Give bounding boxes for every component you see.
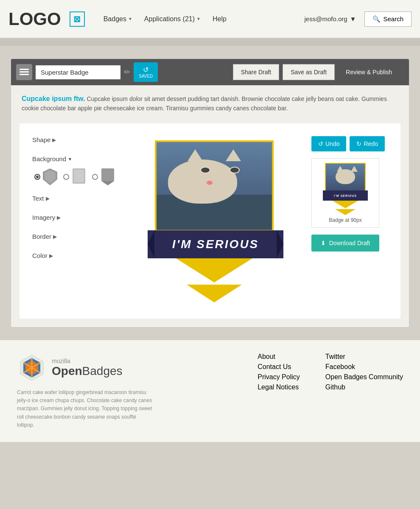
shape-item[interactable]: Shape ▶ [32, 136, 117, 143]
nav-help[interactable]: Help [207, 15, 232, 23]
undo-button[interactable]: ↺ Undo [311, 136, 346, 151]
border-item[interactable]: Border ▶ [32, 233, 117, 240]
text-item[interactable]: Text ▶ [32, 195, 117, 202]
saved-button[interactable]: ↺ SAVED [134, 62, 158, 82]
main-content: ✏ ↺ SAVED Share Draft Save as Draft Revi… [0, 46, 420, 340]
cat-body [168, 159, 237, 204]
cat-eye-right [230, 167, 240, 173]
footer-links-col1: About Contact Us Privacy Policy Legal No… [258, 353, 300, 429]
save-check-icon: ↺ [143, 66, 148, 74]
shield-3 [100, 168, 116, 186]
user-dropdown-arrow: ▼ [350, 15, 356, 22]
badge-ribbon-banner: I'M SERIOUS [148, 230, 283, 258]
preview-label: Badge at 90px [329, 217, 361, 223]
save-draft-button[interactable]: Save as Draft [283, 64, 335, 80]
color-item[interactable]: Color ▶ [32, 252, 117, 259]
search-icon: 🔍 [372, 15, 381, 23]
undo-icon: ↺ [318, 140, 323, 147]
svg-rect-0 [20, 69, 29, 70]
edit-icon[interactable]: ✏ [124, 67, 130, 77]
text-arrow: ▶ [46, 196, 50, 201]
background-options [34, 168, 117, 186]
bg-option-1[interactable] [34, 168, 58, 186]
share-draft-button[interactable]: Share Draft [233, 64, 280, 80]
preview-box: I'M SERIOUS Badge at 90px [311, 158, 379, 228]
radio-2 [63, 174, 69, 180]
footer-description: Carrot cake wafer lollipop gingerbread m… [17, 389, 153, 429]
shield-2 [71, 168, 87, 186]
preview-text: I'M SERIOUS [334, 194, 357, 197]
background-label[interactable]: Background ▾ [32, 155, 117, 162]
review-publish-button[interactable]: Review & Publish [338, 64, 404, 80]
chevron-large [174, 257, 255, 282]
footer-facebook-link[interactable]: Facebook [325, 363, 403, 371]
logo-icon: ⊠ [70, 11, 85, 27]
nav-applications[interactable]: Applications (21) ▼ [138, 15, 207, 23]
badges-dropdown-arrow: ▼ [128, 17, 132, 21]
redo-icon: ↻ [356, 140, 361, 147]
footer-contact-link[interactable]: Contact Us [258, 363, 300, 371]
radio-3 [92, 174, 98, 180]
logo: LOGO [8, 9, 61, 29]
header: LOGO ⊠ Badges ▼ Applications (21) ▼ Help… [0, 0, 420, 38]
cat-ear-right [226, 149, 241, 161]
background-dropdown-arrow: ▾ [69, 156, 71, 162]
color-arrow: ▶ [49, 253, 53, 259]
footer-privacy-link[interactable]: Privacy Policy [258, 373, 300, 381]
description-area: Cupcake ipsum ftw. Cupcake ipsum dolor s… [11, 85, 409, 119]
editor-card: ✏ ↺ SAVED Share Draft Save as Draft Revi… [11, 59, 409, 327]
applications-dropdown-arrow: ▼ [196, 17, 201, 21]
openbadges-label: OpenBadges [52, 364, 123, 378]
preview-chevrons [331, 200, 360, 215]
preview-badge: I'M SERIOUS [324, 163, 367, 214]
svg-marker-8 [101, 181, 114, 185]
imagery-item[interactable]: Imagery ▶ [32, 214, 117, 221]
mozilla-label: mozilla [52, 358, 123, 364]
footer-links-col2: Twitter Facebook Open Badges Community G… [325, 353, 403, 429]
right-panel: ↺ Undo ↻ Redo [311, 136, 388, 306]
download-draft-button[interactable]: ⬇ Download Draft [311, 235, 379, 252]
search-button[interactable]: 🔍 Search [364, 11, 412, 27]
badge-display-area: I'M SERIOUS [126, 136, 303, 306]
badge-name-input[interactable] [36, 65, 120, 79]
svg-rect-1 [20, 71, 29, 73]
shape-arrow: ▶ [52, 137, 56, 143]
imagery-arrow: ▶ [57, 215, 61, 221]
subheader-strip [0, 38, 420, 46]
badge-chevron-group [174, 257, 255, 302]
footer-twitter-link[interactable]: Twitter [325, 353, 403, 361]
bg-option-2[interactable] [63, 168, 87, 186]
preview-cat [326, 164, 365, 191]
cat-photo-area [157, 142, 272, 230]
footer-columns: About Contact Us Privacy Policy Legal No… [258, 353, 403, 429]
footer-logo: mozilla OpenBadges [17, 353, 153, 383]
nav-badges[interactable]: Badges ▼ [98, 15, 138, 23]
background-section: Background ▾ [32, 155, 117, 186]
menu-icon[interactable] [16, 64, 32, 80]
footer-community-link[interactable]: Open Badges Community [325, 373, 403, 381]
badge-text: I'M SERIOUS [172, 238, 259, 251]
main-nav: Badges ▼ Applications (21) ▼ Help jess@m… [98, 11, 412, 27]
svg-rect-6 [74, 170, 84, 182]
download-icon: ⬇ [321, 240, 326, 246]
border-arrow: ▶ [53, 234, 57, 240]
cat-nose [207, 181, 213, 185]
editor-toolbar: ✏ ↺ SAVED Share Draft Save as Draft Revi… [11, 59, 409, 85]
preview-ribbon: I'M SERIOUS [323, 190, 368, 201]
footer-github-link[interactable]: Github [325, 383, 403, 391]
badge-frame [155, 140, 274, 232]
bg-option-3[interactable] [92, 168, 116, 186]
editor-body: Shape ▶ Background ▾ [20, 123, 400, 319]
cat-ear-left [188, 149, 203, 161]
svg-rect-7 [101, 168, 114, 181]
footer-legal-link[interactable]: Legal Notices [258, 383, 300, 391]
shield-1 [42, 168, 58, 186]
badge-canvas: I'M SERIOUS [153, 140, 276, 302]
user-menu[interactable]: jess@mofo.org ▼ [305, 15, 356, 22]
footer-about-link[interactable]: About [258, 353, 300, 361]
footer-logo-text: mozilla OpenBadges [52, 358, 123, 378]
description-highlight: Cupcake ipsum ftw. [22, 95, 85, 102]
redo-button[interactable]: ↻ Redo [350, 136, 384, 151]
action-buttons: ↺ Undo ↻ Redo [311, 136, 385, 151]
svg-rect-2 [20, 74, 29, 75]
